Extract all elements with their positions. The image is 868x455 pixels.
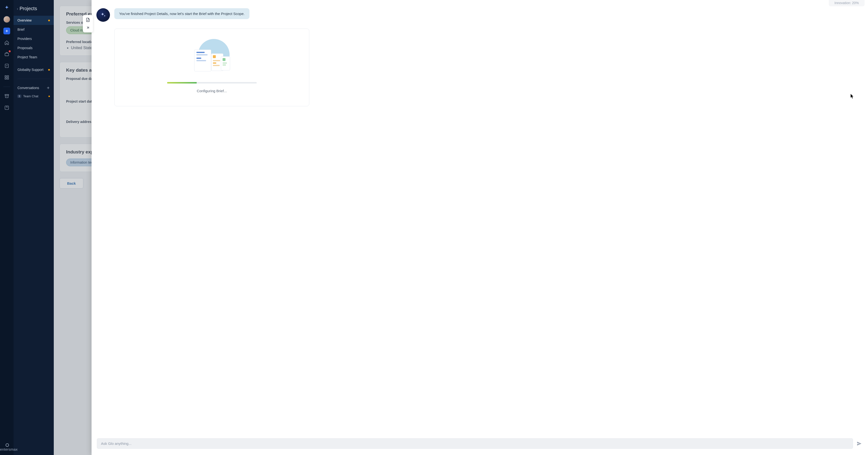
sidebar-item-label: Project Team [18, 55, 37, 59]
team-chat-label: Team Chat [23, 94, 38, 98]
sidebar-item-proposals[interactable]: Proposals [13, 43, 54, 53]
brand-text: entersmax [0, 447, 18, 451]
chevron-left-icon: ‹ [17, 7, 18, 11]
archive-icon[interactable] [3, 93, 10, 99]
send-button[interactable] [856, 440, 863, 447]
apps-grid-icon[interactable] [3, 74, 10, 81]
conversations-label: Conversations [18, 86, 39, 90]
brand-footer: entersmax [0, 443, 13, 452]
svg-rect-0 [5, 53, 9, 56]
notification-badge [9, 50, 11, 52]
status-dot-icon [49, 96, 50, 97]
sidebar-header[interactable]: ‹ Projects [13, 3, 54, 16]
sidebar-title: Projects [20, 6, 37, 11]
rail-divider [3, 87, 10, 87]
home-icon[interactable] [3, 39, 10, 46]
assistant-input[interactable] [97, 438, 853, 449]
progress-bar [167, 82, 257, 84]
sidebar-item-label: Providers [18, 37, 32, 41]
loading-card: Configuring Brief... [114, 29, 309, 106]
logo-icon[interactable] [3, 4, 10, 11]
sidebar: ‹ Projects Overview Brief Providers Prop… [13, 0, 54, 455]
document-icon[interactable] [85, 17, 91, 23]
innovation-chip: Innovation: 20% [829, 0, 865, 6]
sidebar-item-label: Overview [18, 19, 31, 22]
icon-rail: entersmax [0, 0, 13, 455]
main-content: Preferred expertise Services or products… [54, 0, 868, 455]
sidebar-item-project-team[interactable]: Project Team [13, 53, 54, 62]
checklist-icon[interactable] [3, 62, 10, 69]
sidebar-item-brief[interactable]: Brief [13, 25, 54, 34]
assistant-panel: Innovation: 20% You've finished Project … [92, 0, 868, 455]
add-button[interactable] [3, 28, 10, 34]
sidebar-item-label: Globality Support [18, 68, 43, 72]
assistant-input-bar [92, 434, 868, 455]
assistant-avatar-icon [96, 8, 110, 22]
briefcase-icon[interactable] [3, 51, 10, 58]
sidebar-item-label: Proposals [18, 46, 32, 50]
sidebar-conversations-header[interactable]: Conversations [13, 83, 54, 93]
svg-rect-3 [7, 76, 9, 77]
float-controls [83, 15, 93, 32]
assistant-message-row: You've finished Project Details, now let… [96, 8, 863, 22]
documents-illustration-icon [194, 39, 230, 75]
svg-rect-6 [5, 94, 9, 95]
loading-text: Configuring Brief... [197, 89, 227, 93]
sidebar-item-globality-support[interactable]: Globality Support [13, 65, 54, 74]
sidebar-item-overview[interactable]: Overview [13, 16, 54, 25]
collapse-icon[interactable] [85, 25, 91, 31]
status-dot-icon [48, 69, 50, 71]
help-icon[interactable] [3, 104, 10, 111]
sidebar-item-label: Brief [18, 28, 25, 31]
back-button[interactable]: Back [60, 178, 83, 189]
status-dot-icon [48, 20, 50, 21]
sidebar-item-providers[interactable]: Providers [13, 34, 54, 43]
team-chat-badge: 1 [18, 95, 21, 98]
add-conversation-icon[interactable] [46, 86, 50, 90]
svg-rect-5 [7, 78, 9, 79]
svg-rect-2 [5, 76, 6, 77]
sidebar-team-chat[interactable]: 1 Team Chat [13, 93, 54, 100]
svg-rect-4 [5, 78, 6, 79]
assistant-body: You've finished Project Details, now let… [92, 0, 868, 434]
progress-fill [167, 82, 197, 84]
user-avatar[interactable] [3, 16, 10, 23]
assistant-message: You've finished Project Details, now let… [114, 8, 249, 19]
